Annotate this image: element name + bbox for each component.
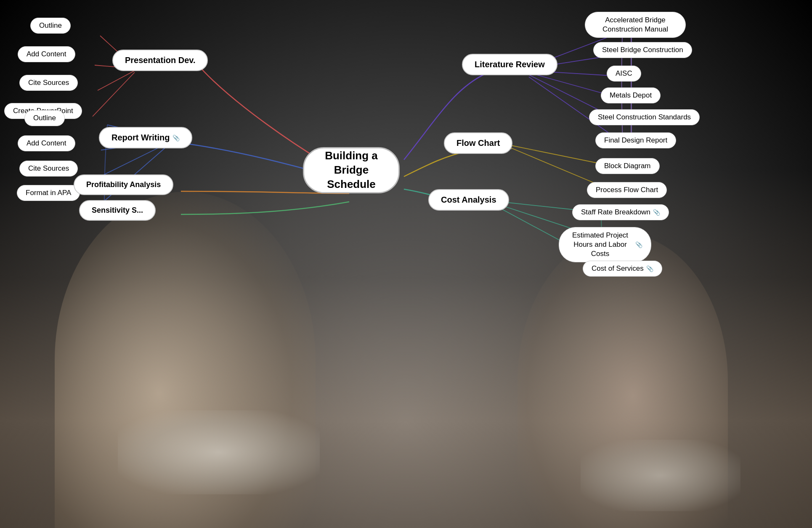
branch-sensitivity-label: Sensitivity S... [92,206,143,215]
branch-sensitivity[interactable]: Sensitivity S... [79,200,156,221]
branch-cost[interactable]: Cost Analysis [428,189,509,211]
leaf-format-apa[interactable]: Format in APA [17,185,80,201]
branch-profitability-label: Profitability Analysis [86,180,161,189]
leaf-block-diagram[interactable]: Block Diagram [595,158,660,174]
leaf-add-content-1[interactable]: Add Content [18,46,75,62]
cost-services-attach: 📎 [646,265,653,272]
report-attach-icon: 📎 [172,135,180,141]
branch-flowchart-label: Flow Chart [456,138,500,148]
leaf-steel-standards[interactable]: Steel Construction Standards [589,109,700,125]
leaf-cost-services[interactable]: Cost of Services 📎 [583,261,662,277]
mindmap-container: Building a Bridge Schedule Presentation … [0,0,812,528]
project-hours-attach: 📎 [635,241,642,248]
leaf-outline-2[interactable]: Outline [24,110,65,126]
leaf-cite-sources-2[interactable]: Cite Sources [19,161,78,177]
leaf-cite-sources-1[interactable]: Cite Sources [19,75,78,91]
branch-report[interactable]: Report Writing 📎 [99,127,192,148]
center-label: Building a Bridge Schedule [323,149,379,191]
leaf-final-design[interactable]: Final Design Report [595,132,676,148]
branch-literature-label: Literature Review [475,60,545,69]
center-node[interactable]: Building a Bridge Schedule [303,147,400,193]
branch-literature[interactable]: Literature Review [462,54,557,75]
leaf-steel-bridge[interactable]: Steel Bridge Construction [593,42,692,58]
staff-rate-attach: 📎 [653,209,660,216]
branch-presentation[interactable]: Presentation Dev. [112,50,208,71]
leaf-abc-manual[interactable]: Accelerated Bridge Construction Manual [585,12,686,38]
leaf-aisc[interactable]: AISC [607,66,641,82]
leaf-process-flow[interactable]: Process Flow Chart [587,182,667,198]
leaf-staff-rate[interactable]: Staff Rate Breakdown 📎 [572,204,669,220]
leaf-metals-depot[interactable]: Metals Depot [601,87,661,103]
branch-profitability[interactable]: Profitability Analysis [74,174,173,195]
leaf-project-hours[interactable]: Estimated Project Hours and Labor Costs … [559,227,651,262]
leaf-add-content-2[interactable]: Add Content [18,135,75,151]
branch-report-label: Report Writing [111,133,170,143]
branch-cost-label: Cost Analysis [441,195,496,205]
leaf-outline-1[interactable]: Outline [30,18,71,34]
branch-presentation-label: Presentation Dev. [125,55,195,65]
branch-flowchart[interactable]: Flow Chart [444,132,512,154]
